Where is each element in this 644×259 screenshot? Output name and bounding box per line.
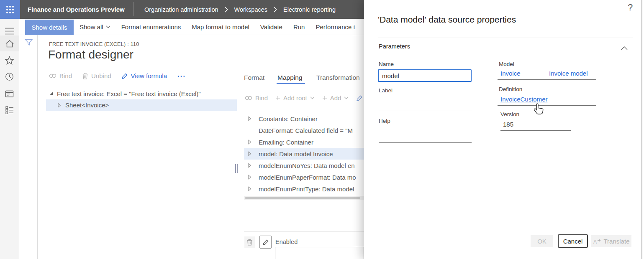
name-input[interactable] [378,69,472,82]
trash-icon [246,239,253,246]
breadcrumb-item-organization-administration[interactable]: Organization administration [144,6,218,13]
mapping-tree-row-modelenumnoyes[interactable]: modelEnumNoYes: Data model en [244,160,369,171]
view-formula-button[interactable]: View formula [121,72,167,79]
pane-splitter-handle[interactable] [235,164,238,173]
mapping-tree-row-modelenumprinttype[interactable]: modelEnumPrintType: Data model [244,183,369,195]
collapse-section-button[interactable] [621,44,628,52]
caret-collapsed-icon[interactable] [248,116,251,121]
parameters-section-header[interactable]: Parameters [379,43,410,50]
enabled-field-input[interactable] [275,247,364,259]
pencil-icon [262,239,269,246]
chevron-up-icon [621,46,628,50]
label-field-label: Label [379,87,393,94]
ok-button[interactable]: OK [531,235,553,247]
mapping-tree-row-constants[interactable]: Constants: Container [244,113,369,124]
model-link-invoice-model[interactable]: Invoice model [549,70,588,77]
translate-icon: A [593,239,601,244]
definition-link-invoicecustomer[interactable]: InvoiceCustomer [500,96,548,103]
delete-button[interactable] [244,236,255,248]
menu-item-format-enumerations[interactable]: Format enumerations [121,23,181,30]
tab-format[interactable]: Format [244,74,264,81]
bind-label: Bind [59,72,72,79]
chevron-down-icon [344,96,349,99]
show-all-dropdown[interactable]: Show all [80,23,110,30]
caret-collapsed-icon[interactable] [58,103,61,108]
model-field-label: Model [499,61,514,67]
mapping-tree-row-emailing[interactable]: Emailing: Container [244,136,369,148]
mapping-row-label: modelEnumNoYes: Data model en [259,162,355,169]
mapping-bind-button[interactable]: Bind [245,94,268,102]
hamburger-icon [5,28,15,35]
help-field-input[interactable] [379,142,472,143]
mapping-row-label: model: Data model Invoice [259,150,333,157]
menu-item-performance[interactable]: Performance t [316,23,355,30]
rail-item-recent[interactable] [0,69,19,84]
waffle-icon [6,6,14,13]
caret-collapsed-icon[interactable] [248,140,251,145]
format-tree-root-row[interactable]: Free text invoice: Excel = "Free text in… [49,88,201,99]
rail-item-modules[interactable] [0,102,19,118]
tab-transformation[interactable]: Transformation [316,74,360,81]
scrollbar-thumb[interactable] [245,197,360,199]
mapping-row-label: Constants: Container [259,115,318,122]
chevron-right-icon [225,7,228,13]
mapping-tree-row-modelenumpaperformat[interactable]: modelEnumPaperFormat: Data mo [244,171,369,183]
caret-collapsed-icon[interactable] [248,175,251,180]
page-title: Format designer [48,48,133,61]
version-value: 185 [503,121,513,128]
rail-item-workspaces[interactable] [0,86,19,102]
horizontal-scrollbar[interactable] [244,196,364,200]
active-tab-underline [277,83,305,84]
app-title[interactable]: Finance and Operations Preview [28,0,125,19]
app-launcher-button[interactable] [0,0,20,19]
help-button[interactable]: ? [628,2,633,13]
translate-button[interactable]: A Translate [591,235,631,247]
caret-collapsed-icon[interactable] [248,186,251,191]
page-caption: FREE TEXT INVOICE (EXCEL) : 110 [49,41,139,47]
clock-icon [5,72,14,81]
format-tree-sheet-label: Sheet<Invoice> [65,102,109,109]
label-field-input[interactable] [379,111,472,111]
caret-collapsed-icon[interactable] [248,151,251,156]
menu-item-map-format-to-model[interactable]: Map format to model [192,23,249,30]
mapping-row-label: modelEnumPrintType: Data model [259,185,354,193]
mapping-tree-row-dateformat[interactable]: DateFormat: Calculated field = "M [244,124,369,136]
more-options-button[interactable]: ⋯ [177,74,185,78]
definition-field-label: Definition [499,86,522,92]
add-dropdown[interactable]: Add [322,94,349,102]
left-nav-rail [0,19,19,259]
footer-divider [244,231,364,231]
chevron-right-icon [274,7,277,13]
tab-mapping[interactable]: Mapping [277,74,302,81]
filter-button[interactable] [25,39,33,48]
bind-button[interactable]: Bind [49,72,72,79]
rail-item-favorites[interactable] [0,52,19,68]
caret-expanded-icon[interactable] [49,91,53,96]
mapping-row-label: Emailing: Container [259,139,313,146]
menu-item-validate[interactable]: Validate [260,23,282,30]
rail-item-home[interactable] [0,36,19,51]
breadcrumb-item-electronic-reporting[interactable]: Electronic reporting [283,6,336,13]
link-icon [245,95,252,101]
format-tree-sheet-row[interactable]: Sheet<Invoice> [46,99,237,111]
mouse-cursor [534,103,544,117]
show-details-button[interactable]: Show details [25,20,74,35]
definition-field-underline [498,105,596,106]
mapping-edit-button[interactable] [356,95,363,102]
filter-funnel-icon [25,39,33,46]
unbind-button[interactable]: Unbind [82,72,111,79]
add-label: Add [330,94,341,102]
edit-button[interactable] [259,236,272,249]
home-icon [5,40,14,48]
breadcrumb-item-workspaces[interactable]: Workspaces [234,6,268,13]
add-root-dropdown[interactable]: Add root [275,94,315,102]
model-link-invoice[interactable]: Invoice [500,70,521,77]
help-field-label: Help [379,118,390,124]
window-right-edge [641,0,642,259]
view-formula-label: View formula [131,72,167,79]
content-divider [37,35,38,259]
cancel-button[interactable]: Cancel [558,234,588,248]
mapping-tree-row-model[interactable]: model: Data model Invoice [244,148,369,160]
menu-item-run[interactable]: Run [293,23,305,30]
caret-collapsed-icon[interactable] [248,163,251,168]
